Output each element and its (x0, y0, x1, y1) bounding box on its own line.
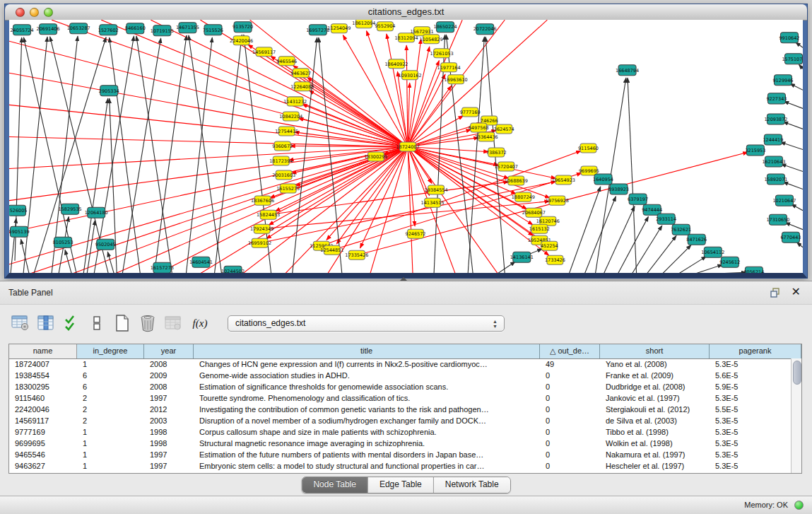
graph-edge[interactable] (298, 118, 408, 146)
graph-edge[interactable] (696, 264, 723, 273)
graph-edge[interactable] (784, 101, 803, 108)
table-cell[interactable]: 1997 (144, 449, 194, 460)
table-row[interactable]: 1456911722003Disruption of a novel membe… (9, 415, 791, 426)
graph-edge[interactable] (604, 206, 635, 273)
table-row[interactable]: 1830029562008Estimation of significance … (9, 381, 791, 392)
tab-edge-table[interactable]: Edge Table (367, 477, 433, 493)
table-cell[interactable]: 2003 (144, 415, 194, 426)
graph-edge[interactable] (244, 35, 271, 273)
column-header[interactable]: △ out_de… (540, 344, 600, 358)
table-cell[interactable]: 9777169 (9, 426, 77, 438)
graph-edge[interactable] (632, 226, 662, 273)
column-header[interactable]: year (144, 344, 194, 358)
table-cell[interactable]: 49 (540, 358, 600, 370)
table-cell[interactable]: 9463627 (9, 460, 77, 472)
table-cell[interactable]: Estimation of the future numbers of pati… (194, 449, 540, 460)
table-cell[interactable]: 0 (540, 370, 600, 381)
column-header[interactable]: pagerank (710, 344, 801, 358)
table-cell[interactable]: 5.3E-5 (710, 415, 791, 426)
table-cell[interactable]: Estimation of significance thresholds fo… (194, 381, 540, 392)
table-cell[interactable]: Structural magnetic resonance image aver… (194, 438, 540, 449)
graph-edge[interactable] (107, 252, 114, 273)
graph-edge[interactable] (276, 147, 408, 211)
column-header[interactable]: short (600, 344, 710, 358)
graph-edge[interactable] (783, 122, 803, 129)
graph-edge[interactable] (215, 35, 242, 273)
float-panel-icon[interactable] (770, 287, 781, 298)
table-cell[interactable]: 2 (77, 392, 144, 404)
graph-edge[interactable] (781, 164, 803, 171)
table-cell[interactable]: 2008 (144, 358, 194, 370)
table-cell[interactable]: Investigating the contribution of common… (194, 404, 540, 415)
table-cell[interactable]: 9699695 (9, 438, 77, 449)
table-cell[interactable]: Genome-wide association studies in ADHD. (194, 370, 540, 381)
table-cell[interactable]: Embryonic stem cells: a model to study s… (194, 460, 540, 472)
graph-edge[interactable] (23, 37, 47, 273)
table-cell[interactable]: 0 (540, 404, 600, 415)
table-cell[interactable]: Disruption of a novel member of a sodium… (194, 415, 540, 426)
scrollbar-thumb[interactable] (793, 361, 801, 385)
table-cell[interactable]: 2 (77, 415, 144, 426)
table-mode-button[interactable] (10, 313, 31, 334)
graph-edge[interactable] (799, 64, 803, 69)
graph-edge[interactable] (647, 235, 676, 273)
table-row[interactable]: 969969511998Structural magnetic resonanc… (9, 438, 791, 449)
column-header[interactable]: in_degree (77, 344, 144, 358)
graph-edge[interactable] (569, 187, 600, 273)
table-selector-dropdown[interactable]: citations_edges.txt ▲▼ (228, 315, 505, 332)
table-cell[interactable]: 1 (77, 426, 144, 438)
table-cell[interactable]: 0 (540, 381, 600, 392)
graph-edge[interactable] (319, 37, 342, 273)
graph-edge[interactable] (468, 37, 484, 273)
table-cell[interactable]: 0 (540, 415, 600, 426)
graph-edge[interactable] (796, 243, 803, 247)
table-cell[interactable]: 2008 (144, 381, 194, 392)
graph-edge[interactable] (189, 35, 222, 273)
table-row[interactable]: 977716911998Corpus callosum shape and si… (9, 426, 791, 438)
graph-edge[interactable] (618, 216, 649, 273)
column-header[interactable]: title (194, 344, 540, 358)
graph-edge[interactable] (87, 221, 95, 273)
table-cell[interactable]: Corpus callosum shape and size in male p… (194, 426, 540, 438)
table-row[interactable]: 2242004622012Investigating the contribut… (9, 404, 791, 415)
table-cell[interactable]: 0 (540, 460, 600, 472)
graph-edge[interactable] (498, 262, 515, 273)
graph-edge[interactable] (790, 83, 803, 90)
table-cell[interactable]: Franke et al. (2009) (600, 370, 710, 381)
graph-edge[interactable] (154, 35, 187, 273)
table-cell[interactable]: 9465546 (9, 449, 77, 460)
table-cell[interactable]: 0 (540, 449, 600, 460)
table-cell[interactable]: Hescheler et al. (1997) (600, 460, 710, 472)
table-cell[interactable]: 1 (77, 358, 144, 370)
table-cell[interactable]: Jankovic et al. (1997) (600, 392, 710, 404)
table-cell[interactable]: Tourette syndrome. Phenomenology and cla… (194, 392, 540, 404)
table-cell[interactable]: 18300295 (9, 381, 77, 392)
network-canvas[interactable]: 1872400718300295193845549777169746266649… (9, 20, 803, 273)
table-cell[interactable]: 5.3E-5 (710, 392, 791, 404)
graph-edge[interactable] (783, 182, 803, 189)
table-cell[interactable]: 1997 (144, 460, 194, 472)
delete-rows-trash-button[interactable] (137, 313, 158, 334)
table-cell[interactable]: 5.3E-5 (710, 426, 791, 438)
graph-edge[interactable] (785, 223, 803, 230)
graph-edge[interactable] (720, 272, 746, 273)
table-cell[interactable]: 0 (540, 426, 600, 438)
table-cell[interactable]: 1 (77, 460, 144, 472)
table-row[interactable]: 946554611997Estimation of the future num… (9, 449, 791, 460)
tab-network-table[interactable]: Network Table (433, 477, 510, 493)
graph-edge[interactable] (628, 78, 637, 273)
tab-node-table[interactable]: Node Table (302, 477, 367, 493)
table-cell[interactable]: 2009 (144, 370, 194, 381)
delete-table-button-disabled[interactable] (163, 313, 184, 334)
table-cell[interactable]: 1997 (144, 392, 194, 404)
table-cell[interactable]: 9115460 (9, 392, 77, 404)
table-cell[interactable]: Tibbo et al. (1998) (600, 426, 710, 438)
table-cell[interactable]: 2 (77, 404, 144, 415)
table-cell[interactable]: Changes of HCN gene expression and I(f) … (194, 358, 540, 370)
table-cell[interactable]: 5.3E-5 (710, 438, 791, 449)
table-cell[interactable]: 18724007 (9, 358, 77, 370)
function-builder-button[interactable]: f(x) (188, 313, 212, 334)
table-cell[interactable]: 6 (77, 370, 144, 381)
table-cell[interactable]: 19384554 (9, 370, 77, 381)
table-cell[interactable]: 1998 (144, 438, 194, 449)
